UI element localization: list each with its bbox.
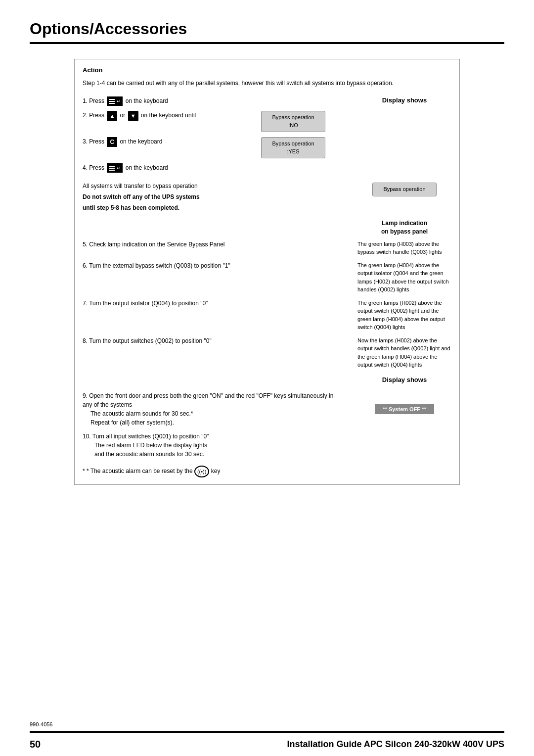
footnote-text: * The acoustic alarm can be reset by the [87, 468, 193, 474]
menu-key-line-3 [109, 103, 115, 104]
lcd-bypass-yes-line1: Bypass operation [267, 140, 320, 147]
display-shows-header-2: Display shows [357, 376, 451, 383]
step-3-row: 3. Press C on the keyboard Bypass operat… [83, 137, 343, 158]
step-2-or: or [120, 112, 127, 119]
step-9-display: ** System OFF ** [353, 391, 451, 427]
arrow-down-icon: ▼ [128, 111, 138, 121]
arrow-up-icon: ▲ [107, 111, 117, 121]
step-3-text-before: Press [89, 138, 106, 145]
step-2-display: Bypass operation :NO [244, 111, 343, 132]
transfer-action: All systems will transfer to bypass oper… [83, 183, 353, 214]
col-action: 1. Press ↵ o [83, 96, 353, 178]
acoustic-key-icon: ((•)) [194, 466, 210, 478]
step-1-num: 1. [83, 97, 88, 104]
menu-key-inner-2 [109, 166, 115, 171]
col-action-blank [83, 376, 353, 388]
menu-key-line-5 [109, 168, 115, 169]
step-9-content: Open the front door and press both the g… [83, 392, 333, 408]
display-shows-header: Display shows [357, 96, 451, 104]
step-2-text-after: on the keyboard until [141, 112, 196, 119]
step-6-content: Turn the external bypass switch (Q003) t… [89, 262, 230, 269]
footer-part-number: 990-4056 [0, 717, 534, 731]
step-4-num: 4. [83, 164, 88, 171]
step-9-text: 9. Open the front door and press both th… [83, 391, 343, 427]
step-4-row: 4. Press ↵ o [83, 163, 343, 173]
lcd-bypass-yes-line2: :YES [267, 148, 320, 155]
menu-key-line-4 [109, 166, 115, 167]
step-6-action: 6. Turn the external bypass switch (Q003… [83, 261, 353, 294]
warning-line2: until step 5-8 has been completed. [83, 203, 343, 212]
step-7-display-text: The green lamps (H002) above the output … [357, 299, 451, 331]
step-1-action: 1. Press ↵ o [83, 96, 244, 106]
step-8-action: 8. Turn the output switches (Q002) to po… [83, 336, 353, 369]
step-9-row: 9. Open the front door and press both th… [83, 391, 451, 427]
step-10-line3: and the acoustic alarm sounds for 30 sec… [94, 451, 204, 458]
step-8-content: Turn the output switches (Q002) to posit… [89, 337, 212, 344]
menu-key-line-1 [109, 99, 115, 100]
footer-bottom: 50 Installation Guide APC Silcon 240-320… [0, 733, 534, 756]
step-5-display: The green lamp (H003) above the bypass s… [353, 240, 451, 256]
step-7-row: 7. Turn the output isolator (Q004) to po… [83, 299, 451, 331]
step-7-action: 7. Turn the output isolator (Q004) to po… [83, 299, 353, 331]
step-4-text-before: Press [89, 164, 106, 171]
step-7-num: 7. [83, 300, 88, 307]
lcd-bypass-transfer: Bypass operation [372, 183, 437, 196]
transfer-display: Bypass operation [353, 183, 451, 214]
lcd-bypass-no-line2: :NO [267, 122, 320, 129]
lcd-bypass-transfer-line1: Bypass operation [378, 186, 431, 193]
step-3-num: 3. [83, 138, 88, 145]
header-rule [30, 42, 504, 44]
warning-line1: Do not switch off any of the UPS systems [83, 192, 343, 201]
step-2-num: 2. [83, 112, 88, 119]
transfer-text: All systems will transfer to bypass oper… [83, 183, 343, 189]
step-9-line3: Repeat for (all) other system(s). [90, 419, 174, 426]
step-8-display: Now the lamps (H002) above the output sw… [353, 336, 451, 369]
step-10-line2: The red alarm LED below the display ligh… [94, 442, 207, 449]
steps-section: 1. Press ↵ o [83, 96, 451, 178]
step-3-display: Bypass operation :YES [244, 137, 343, 158]
step-5-action: 5. Check lamp indication on the Service … [83, 240, 353, 256]
step-6-display-text: The green lamp (H004) above the output i… [357, 261, 451, 294]
display-shows-2-row: Display shows [83, 376, 451, 388]
step-6-num: 6. [83, 262, 88, 269]
menu-key-line-2 [109, 101, 115, 102]
display-shows-2: Display shows [353, 376, 451, 388]
transfer-row: All systems will transfer to bypass oper… [83, 183, 451, 214]
step-5-content: Check lamp indication on the Service Byp… [89, 241, 224, 248]
main-content: Action Step 1-4 can be carried out with … [0, 59, 534, 485]
lcd-bypass-no-line1: Bypass operation [267, 114, 320, 121]
step-6-display: The green lamp (H004) above the output i… [353, 261, 451, 294]
inner-padding: Action Step 1-4 can be carried out with … [75, 59, 459, 484]
page-title: Options/Accessories [30, 20, 504, 38]
system-off-box: ** System OFF ** [375, 404, 434, 414]
step-2-text-before: Press [89, 112, 106, 119]
step-6-row: 6. Turn the external bypass switch (Q003… [83, 261, 451, 294]
footnote-row: * * The acoustic alarm can be reset by t… [83, 466, 451, 478]
step-1-text-after: on the keyboard [126, 97, 168, 104]
menu-key-inner [109, 99, 115, 104]
step-5-display-text: The green lamp (H003) above the bypass s… [357, 240, 451, 256]
footnote-asterisk: * [83, 468, 87, 474]
step-10-num: 10. [83, 433, 91, 440]
c-key-icon: C [107, 137, 117, 147]
lamp-label-line1: Lamp indication [357, 219, 451, 228]
step-5-row: 5. Check lamp indication on the Service … [83, 240, 451, 256]
step-8-num: 8. [83, 337, 88, 344]
lamp-label-line2: on bypass panel [357, 228, 451, 236]
step-2-action: 2. Press ▲ or ▼ on the keyboard until [83, 111, 244, 121]
col-action-5-8 [83, 219, 353, 236]
step-8-display-text: Now the lamps (H002) above the output sw… [357, 336, 451, 369]
page: Options/Accessories Action Step 1-4 can … [0, 0, 534, 756]
step-10-row: 10. Turn all input switches (Q001) to po… [83, 432, 451, 459]
step-9-action: 9. Open the front door and press both th… [83, 391, 353, 427]
step-9-num: 9. [83, 392, 88, 399]
footer-page-num: 50 [30, 739, 41, 750]
menu-key-symbol-2: ↵ [117, 164, 121, 172]
step-8-text: 8. Turn the output switches (Q002) to po… [83, 336, 343, 345]
instruction-box: Action Step 1-4 can be carried out with … [74, 59, 460, 485]
page-footer: 990-4056 50 Installation Guide APC Silco… [0, 717, 534, 756]
menu-key-symbol: ↵ [117, 97, 121, 105]
step-10-text: Turn all input switches (Q001) to positi… [92, 433, 209, 440]
intro-text: Step 1-4 can be carried out with any of … [83, 79, 451, 88]
lcd-bypass-yes: Bypass operation :YES [261, 137, 325, 158]
